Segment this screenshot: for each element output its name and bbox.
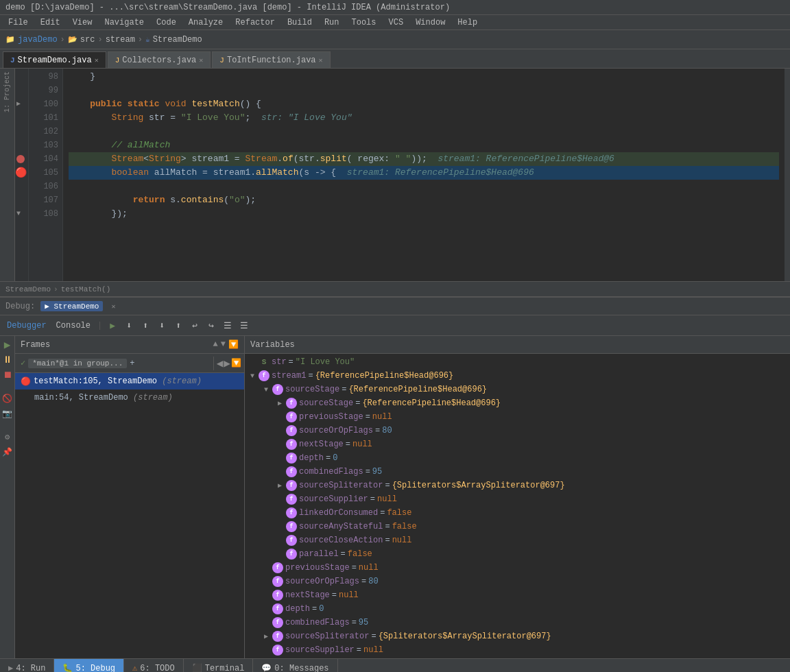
breadcrumb-stream[interactable]: stream — [106, 35, 135, 45]
menu-help[interactable]: Help — [452, 16, 483, 29]
menu-window[interactable]: Window — [410, 16, 451, 29]
var-val-20: {Spliterators$ArraySpliterator@697} — [379, 632, 551, 641]
debug-btn-settings[interactable]: ☰ — [220, 318, 235, 333]
frames-sort-down[interactable]: ▼ — [221, 339, 226, 350]
debug-btn-step-over[interactable]: ⬇ — [121, 318, 136, 333]
fold-icon-108[interactable]: ▼ — [16, 207, 21, 221]
var-item-18[interactable]: fdepth=0 — [245, 602, 790, 616]
breadcrumb-project[interactable]: javaDemo — [18, 35, 58, 45]
thread-selector[interactable]: *main*@1 in group... — [28, 359, 127, 368]
frames-sort-up[interactable]: ▲ — [213, 339, 218, 350]
frames-scroll-up[interactable]: ◀ — [217, 357, 224, 370]
var-item-7[interactable]: fdepth=0 — [245, 451, 790, 465]
var-item-2[interactable]: ▼fsourceStage={ReferencePipeline$Head@69… — [245, 383, 790, 396]
fold-icon-100[interactable]: ▶ — [16, 97, 21, 111]
debug-side-pin[interactable]: 📌 — [1, 446, 14, 458]
breadcrumb-src[interactable]: src — [80, 35, 95, 45]
var-arrow-9[interactable]: ▶ — [278, 481, 286, 490]
editor-scrollbar[interactable] — [785, 69, 790, 281]
project-tab[interactable]: 1: Project — [3, 71, 11, 112]
debug-tab-console[interactable]: Console — [52, 318, 95, 333]
debug-btn-layout[interactable]: ☰ — [237, 318, 252, 333]
var-arrow-3[interactable]: ▶ — [278, 399, 286, 407]
menu-bar: File Edit View Navigate Code Analyze Ref… — [0, 15, 790, 30]
debug-session-close[interactable]: ✕ — [111, 302, 115, 311]
code-area[interactable]: } public static void testMatch() { Strin… — [63, 69, 785, 281]
menu-analyze[interactable]: Analyze — [183, 16, 228, 29]
debug-btn-step-into[interactable]: ⬆ — [138, 318, 153, 333]
debug-side-settings[interactable]: ⚙ — [1, 431, 14, 443]
var-item-8[interactable]: fcombinedFlags=95 — [245, 465, 790, 479]
debug-btn-run-cursor[interactable]: ⬆ — [171, 318, 186, 333]
var-item-10[interactable]: fsourceSupplier=null — [245, 492, 790, 506]
tab-collectors[interactable]: J Collectors.java ✕ — [108, 51, 211, 68]
var-item-1[interactable]: ▼fstream1={ReferencePipeline$Head@696} — [245, 369, 790, 383]
var-item-15[interactable]: fpreviousStage=null — [245, 561, 790, 575]
debug-side-camera[interactable]: 📷 — [1, 407, 14, 420]
menu-build[interactable]: Build — [282, 16, 318, 29]
frame-item-0[interactable]: 🔴 testMatch:105, StreamDemo (stream) — [15, 373, 244, 389]
breadcrumb-file[interactable]: StreamDemo — [153, 35, 202, 45]
debug-tab-debugger[interactable]: Debugger — [3, 318, 51, 333]
menu-tools[interactable]: Tools — [346, 16, 382, 29]
menu-refactor[interactable]: Refactor — [230, 16, 280, 29]
var-arrow-2[interactable]: ▼ — [264, 386, 272, 394]
debug-side-stop[interactable]: ⏹ — [1, 369, 14, 381]
tab-tointfunction[interactable]: J ToIntFunction.java ✕ — [212, 51, 330, 68]
eb-class[interactable]: StreamDemo — [5, 285, 51, 293]
debug-side-mute[interactable]: 🚫 — [1, 392, 14, 405]
menu-view[interactable]: View — [67, 16, 98, 29]
tab-close-1[interactable]: ✕ — [95, 56, 99, 64]
debug-session-name[interactable]: ▶ StreamDemo — [40, 301, 103, 311]
bottom-tab-debug[interactable]: 🐛 5: Debug — [54, 659, 124, 673]
eb-method[interactable]: testMatch() — [61, 285, 111, 293]
var-item-19[interactable]: fcombinedFlags=95 — [245, 616, 790, 629]
var-item-4[interactable]: fpreviousStage=null — [245, 410, 790, 424]
debug-side-resume[interactable]: ▶ — [1, 339, 14, 351]
menu-file[interactable]: File — [3, 16, 34, 29]
var-item-16[interactable]: fsourceOrOpFlags=80 — [245, 575, 790, 588]
bottom-tab-run[interactable]: ▶ 4: Run — [0, 659, 54, 673]
var-icon-8: f — [286, 466, 297, 477]
menu-vcs[interactable]: VCS — [383, 16, 409, 29]
tab-streamdemo[interactable]: J StreamDemo.java ✕ — [3, 51, 106, 68]
menu-edit[interactable]: Edit — [35, 16, 66, 29]
var-item-11[interactable]: flinkedOrConsumed=false — [245, 506, 790, 520]
debug-btn-play[interactable]: ▶ — [105, 318, 120, 333]
variables-header: Variables — [245, 336, 790, 354]
variables-list[interactable]: Sstr="I Love You"▼fstream1={ReferencePip… — [245, 354, 790, 658]
tab-close-3[interactable]: ✕ — [319, 56, 323, 64]
var-arrow-1[interactable]: ▼ — [250, 372, 259, 380]
var-item-14[interactable]: fparallel=false — [245, 547, 790, 561]
bottom-tab-messages[interactable]: 💬 0: Messages — [253, 659, 337, 673]
var-item-20[interactable]: ▶fsourceSpliterator={Spliterators$ArrayS… — [245, 629, 790, 643]
frames-scroll-down[interactable]: ▶ — [224, 357, 230, 370]
var-item-6[interactable]: fnextStage=null — [245, 437, 790, 451]
var-item-17[interactable]: fnextStage=null — [245, 588, 790, 602]
menu-run[interactable]: Run — [319, 16, 345, 29]
debug-side-pause[interactable]: ⏸ — [1, 354, 14, 366]
frames-filter[interactable]: 🔽 — [228, 339, 239, 350]
var-arrow-20[interactable]: ▶ — [264, 632, 272, 640]
bottom-tab-todo[interactable]: ⚠ 6: TODO — [124, 659, 184, 673]
var-name-4: previousStage — [299, 412, 363, 422]
frame-item-1[interactable]: main:54, StreamDemo (stream) — [15, 389, 244, 406]
menu-navigate[interactable]: Navigate — [99, 16, 149, 29]
var-item-3[interactable]: ▶fsourceStage={ReferencePipeline$Head@69… — [245, 396, 790, 410]
var-item-9[interactable]: ▶fsourceSpliterator={Spliterators$ArrayS… — [245, 479, 790, 492]
var-item-12[interactable]: fsourceAnyStateful=false — [245, 520, 790, 533]
breakpoint-104[interactable] — [16, 155, 25, 163]
var-item-21[interactable]: fsourceSupplier=null — [245, 643, 790, 657]
var-icon-19: f — [272, 617, 283, 628]
tab-close-2[interactable]: ✕ — [199, 56, 203, 64]
var-item-13[interactable]: fsourceCloseAction=null — [245, 533, 790, 547]
var-item-0[interactable]: Sstr="I Love You" — [245, 355, 790, 369]
var-item-5[interactable]: fsourceOrOpFlags=80 — [245, 424, 790, 437]
debug-btn-step-out[interactable]: ⬇ — [154, 318, 169, 333]
debug-btn-trace[interactable]: ↪ — [204, 318, 219, 333]
bottom-tab-terminal[interactable]: ⬛ Terminal — [184, 659, 254, 673]
frames-add[interactable]: + — [130, 359, 134, 368]
debug-btn-evaluate[interactable]: ↩ — [187, 318, 202, 333]
menu-code[interactable]: Code — [151, 16, 182, 29]
frames-options[interactable]: 🔽 — [231, 358, 241, 368]
